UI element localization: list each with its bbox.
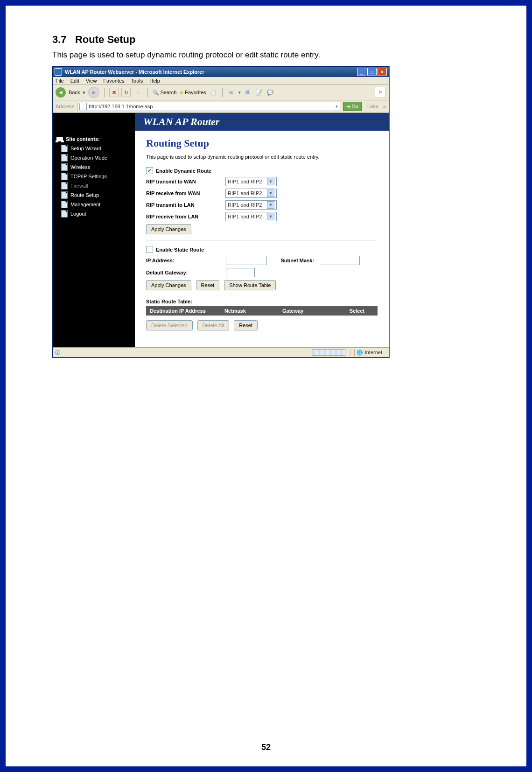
router-banner: WLAN AP Router — [135, 113, 389, 131]
back-button-icon[interactable]: ◄ — [56, 87, 66, 98]
rip-transmit-lan-select[interactable]: RIP1 and RIP2 ▼ — [225, 200, 277, 210]
window-maximize-button[interactable]: □ — [367, 68, 377, 76]
select-value: RIP1 and RIP2 — [228, 179, 262, 184]
enable-dynamic-route-checkbox[interactable]: ✓ — [146, 167, 153, 174]
static-route-table-header: Destination IP Address Netmask Gateway S… — [146, 306, 378, 316]
sidebar-item-route-setup[interactable]: Route Setup — [61, 190, 131, 200]
page-title: Routing Setup — [146, 137, 378, 149]
show-route-table-button[interactable]: Show Route Table — [224, 280, 276, 290]
search-icon: 🔍 — [153, 90, 159, 96]
reset-table-button[interactable]: Reset — [234, 320, 258, 330]
rip-receive-wan-label: RIP receive from WAN — [146, 190, 225, 196]
stop-icon[interactable]: ✖ — [109, 88, 119, 97]
go-label: Go — [352, 104, 359, 109]
th-destination: Destination IP Address — [146, 308, 221, 314]
sidebar-item-logout[interactable]: Logout — [61, 209, 131, 218]
sidebar-item-label: Firewall — [70, 183, 88, 189]
address-bar: Address http://192.168.1.1/home.asp ▾ ➔ … — [53, 100, 389, 113]
default-gateway-input[interactable] — [226, 268, 255, 277]
edit-icon[interactable]: 📝 — [255, 88, 263, 97]
rip-receive-lan-select[interactable]: RIP1 and RIP2 ▼ — [225, 212, 277, 221]
menu-help[interactable]: Help — [149, 78, 160, 84]
menu-favorites[interactable]: Favorites — [103, 78, 124, 84]
ie-window: WLAN AP Router Webserver - Microsoft Int… — [52, 66, 389, 358]
page-icon — [61, 210, 68, 218]
static-route-table-title: Static Route Table: — [146, 299, 378, 304]
sidebar-item-management[interactable]: Management — [61, 200, 131, 209]
favorites-button[interactable]: ★ Favorites — [179, 90, 206, 96]
go-button[interactable]: ➔ Go — [343, 102, 362, 111]
th-netmask: Netmask — [221, 308, 279, 314]
subnet-mask-label: Subnet Mask: — [281, 258, 315, 263]
refresh-icon[interactable]: ↻ — [121, 88, 131, 97]
links-chevron-icon[interactable]: » — [383, 104, 386, 109]
menu-tools[interactable]: Tools — [131, 78, 143, 84]
search-label: Search — [160, 90, 176, 95]
sidebar-item-firewall[interactable]: Firewall — [61, 181, 131, 190]
window-close-button[interactable]: × — [378, 68, 387, 76]
internet-zone-label: Internet — [365, 350, 389, 355]
rip-transmit-wan-label: RIP transmit to WAN — [146, 179, 225, 184]
delete-selected-button[interactable]: Delete Selected — [146, 320, 193, 330]
apply-changes-static-button[interactable]: Apply Changes — [146, 280, 191, 290]
ie-throbber-icon: 🏳 — [375, 87, 386, 98]
toolbar-separator — [104, 88, 105, 97]
reset-static-button[interactable]: Reset — [196, 280, 220, 290]
page-icon — [61, 145, 68, 152]
subnet-mask-input[interactable] — [319, 256, 360, 265]
sidebar-item-wireless[interactable]: Wireless — [61, 162, 131, 172]
enable-dynamic-route-label: Enable Dynamic Route — [156, 168, 211, 174]
page-icon — [61, 201, 68, 208]
sidebar-item-label: TCP/IP Settings — [70, 174, 107, 179]
rip-transmit-wan-select[interactable]: RIP1 and RIP2 ▼ — [225, 177, 277, 186]
th-select: Select — [336, 308, 378, 314]
select-value: RIP1 and RIP2 — [228, 190, 262, 196]
apply-changes-dynamic-button[interactable]: Apply Changes — [146, 224, 191, 234]
ip-address-input[interactable] — [226, 256, 267, 265]
rip-transmit-lan-label: RIP transmit to LAN — [146, 202, 225, 208]
menu-file[interactable]: File — [56, 78, 64, 84]
go-arrow-icon: ➔ — [346, 104, 350, 110]
page-number: 52 — [6, 743, 526, 752]
sidebar-item-label: Management — [70, 202, 100, 207]
sidebar-item-label: Operation Mode — [70, 155, 107, 161]
forward-button-icon[interactable]: ► — [88, 87, 99, 98]
sidebar-item-tcpip-settings[interactable]: TCP/IP Settings — [61, 172, 131, 181]
section-number: 3.7 — [52, 34, 67, 45]
address-dropdown-icon[interactable]: ▾ — [336, 104, 338, 109]
enable-static-route-checkbox[interactable] — [146, 246, 153, 253]
discuss-icon[interactable]: 💬 — [266, 88, 274, 97]
back-button-label[interactable]: Back — [69, 90, 80, 95]
sidebar-item-operation-mode[interactable]: Operation Mode — [61, 153, 131, 162]
links-label[interactable]: Links — [364, 104, 380, 109]
print-icon[interactable]: 🖶 — [244, 88, 252, 97]
home-icon[interactable]: ⌂ — [133, 88, 143, 97]
page-icon — [61, 191, 68, 199]
delete-all-button[interactable]: Delete All — [197, 320, 229, 330]
enable-static-route-label: Enable Static Route — [156, 247, 204, 253]
rip-receive-wan-select[interactable]: RIP1 and RIP2 ▼ — [225, 189, 277, 198]
page-icon — [79, 103, 87, 110]
mail-dropdown-icon[interactable]: ▾ — [238, 90, 241, 95]
menu-edit[interactable]: Edit — [70, 78, 79, 84]
toolbar-separator — [222, 88, 223, 97]
address-input[interactable]: http://192.168.1.1/home.asp ▾ — [77, 102, 340, 111]
mail-icon[interactable]: ✉ — [227, 88, 236, 97]
sidebar-item-label: Route Setup — [70, 192, 99, 198]
toolbar-separator — [147, 88, 148, 97]
page-icon — [61, 173, 68, 180]
internet-zone-icon: 🌐 — [357, 350, 363, 356]
sidebar-item-setup-wizard[interactable]: Setup Wizard — [61, 144, 131, 153]
back-dropdown-icon[interactable]: ▾ — [83, 90, 85, 96]
select-value: RIP1 and RIP2 — [228, 214, 262, 219]
menu-view[interactable]: View — [86, 78, 97, 84]
menubar: File Edit View Favorites Tools Help — [53, 77, 389, 85]
window-minimize-button[interactable]: _ — [357, 68, 366, 76]
toolbar: ◄ Back ▾ ► ✖ ↻ ⌂ 🔍 Search ★ Favorites 🕘 — [53, 85, 389, 100]
status-bar: ⓘ 🌐 Internet — [53, 347, 389, 357]
favorites-label: Favorites — [185, 90, 206, 95]
history-icon[interactable]: 🕘 — [209, 88, 217, 97]
chevron-down-icon: ▼ — [267, 189, 274, 197]
ie-app-icon — [55, 68, 62, 76]
search-button[interactable]: 🔍 Search — [153, 90, 176, 96]
